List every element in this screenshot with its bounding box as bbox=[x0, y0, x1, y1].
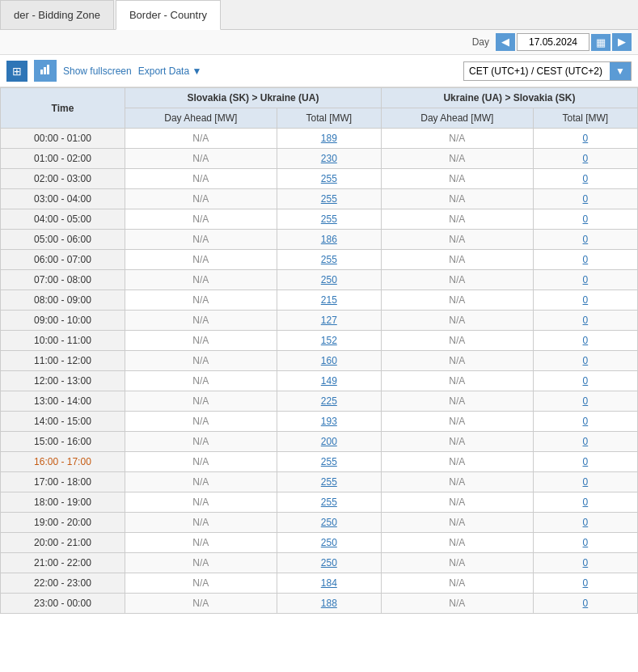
da1-cell: N/A bbox=[125, 351, 277, 371]
timezone-select-input[interactable]: CET (UTC+1) / CEST (UTC+2) UTC Local bbox=[464, 62, 610, 80]
total1-cell[interactable]: 149 bbox=[277, 371, 381, 391]
total1-cell[interactable]: 152 bbox=[277, 331, 381, 351]
time-cell: 10:00 - 11:00 bbox=[1, 331, 125, 351]
total1-cell[interactable]: 225 bbox=[277, 391, 381, 412]
total2-cell[interactable]: 0 bbox=[533, 412, 637, 432]
time-cell: 08:00 - 09:00 bbox=[1, 290, 125, 311]
da2-cell: N/A bbox=[381, 209, 533, 230]
total2-cell[interactable]: 0 bbox=[533, 331, 637, 351]
time-cell: 13:00 - 14:00 bbox=[1, 391, 125, 412]
total2-cell[interactable]: 0 bbox=[533, 452, 637, 472]
total1-cell[interactable]: 255 bbox=[277, 492, 381, 513]
table-row: 10:00 - 11:00 N/A 152 N/A 0 bbox=[1, 331, 638, 351]
total1-cell[interactable]: 160 bbox=[277, 351, 381, 371]
time-cell: 15:00 - 16:00 bbox=[1, 432, 125, 452]
da1-cell: N/A bbox=[125, 472, 277, 492]
next-date-button[interactable]: ▶ bbox=[612, 33, 632, 51]
day-header: Day ◀ ▦ ▶ bbox=[0, 30, 638, 55]
time-cell: 04:00 - 05:00 bbox=[1, 209, 125, 230]
group1-header: Slovakia (SK) > Ukraine (UA) bbox=[125, 88, 381, 108]
total1-cell[interactable]: 188 bbox=[277, 594, 381, 614]
table-row: 05:00 - 06:00 N/A 186 N/A 0 bbox=[1, 230, 638, 250]
time-cell: 09:00 - 10:00 bbox=[1, 311, 125, 331]
tab-bidding-zone-label: der - Bidding Zone bbox=[14, 9, 100, 21]
total2-cell[interactable]: 0 bbox=[533, 594, 637, 614]
table-row: 02:00 - 03:00 N/A 255 N/A 0 bbox=[1, 169, 638, 189]
da1-cell: N/A bbox=[125, 412, 277, 432]
grid-view-button[interactable]: ⊞ bbox=[6, 61, 27, 82]
total1-cell[interactable]: 193 bbox=[277, 412, 381, 432]
date-input[interactable] bbox=[517, 33, 589, 51]
calendar-button[interactable]: ▦ bbox=[591, 34, 611, 51]
total2-cell[interactable]: 0 bbox=[533, 149, 637, 169]
total2-cell[interactable]: 0 bbox=[533, 230, 637, 250]
export-data-link[interactable]: Export Data ▼ bbox=[138, 66, 202, 77]
total2-cell[interactable]: 0 bbox=[533, 533, 637, 553]
total2-cell[interactable]: 0 bbox=[533, 432, 637, 452]
total2-cell[interactable]: 0 bbox=[533, 573, 637, 594]
total1-cell[interactable]: 230 bbox=[277, 149, 381, 169]
total2-cell[interactable]: 0 bbox=[533, 290, 637, 311]
total1-cell[interactable]: 250 bbox=[277, 533, 381, 553]
table-row: 03:00 - 04:00 N/A 255 N/A 0 bbox=[1, 189, 638, 209]
total1-cell[interactable]: 186 bbox=[277, 230, 381, 250]
table-row: 22:00 - 23:00 N/A 184 N/A 0 bbox=[1, 573, 638, 594]
time-cell: 19:00 - 20:00 bbox=[1, 513, 125, 533]
total2-cell[interactable]: 0 bbox=[533, 189, 637, 209]
total1-cell[interactable]: 255 bbox=[277, 250, 381, 270]
da2-cell: N/A bbox=[381, 129, 533, 149]
total1-cell[interactable]: 255 bbox=[277, 169, 381, 189]
total1-cell[interactable]: 255 bbox=[277, 209, 381, 230]
timezone-selector[interactable]: CET (UTC+1) / CEST (UTC+2) UTC Local ▼ bbox=[463, 61, 632, 81]
da2-cell: N/A bbox=[381, 351, 533, 371]
total1-cell[interactable]: 200 bbox=[277, 432, 381, 452]
total2-cell[interactable]: 0 bbox=[533, 129, 637, 149]
total2-cell[interactable]: 0 bbox=[533, 209, 637, 230]
tab-bidding-zone[interactable]: der - Bidding Zone bbox=[0, 0, 114, 29]
time-cell: 14:00 - 15:00 bbox=[1, 412, 125, 432]
total2-cell[interactable]: 0 bbox=[533, 371, 637, 391]
total2-cell[interactable]: 0 bbox=[533, 270, 637, 290]
total2-cell[interactable]: 0 bbox=[533, 311, 637, 331]
prev-date-button[interactable]: ◀ bbox=[496, 33, 515, 51]
total2-cell[interactable]: 0 bbox=[533, 351, 637, 371]
total2-cell[interactable]: 0 bbox=[533, 169, 637, 189]
total1-cell[interactable]: 250 bbox=[277, 553, 381, 573]
total1-cell[interactable]: 255 bbox=[277, 452, 381, 472]
svg-rect-0 bbox=[40, 70, 43, 74]
total2-cell[interactable]: 0 bbox=[533, 250, 637, 270]
tab-border-country-label: Border - Country bbox=[129, 9, 207, 21]
total1-cell[interactable]: 250 bbox=[277, 513, 381, 533]
tab-border-country[interactable]: Border - Country bbox=[116, 0, 221, 30]
total2-cell[interactable]: 0 bbox=[533, 513, 637, 533]
total2-cell[interactable]: 0 bbox=[533, 472, 637, 492]
total1-cell[interactable]: 127 bbox=[277, 311, 381, 331]
total1-cell[interactable]: 255 bbox=[277, 472, 381, 492]
chart-view-button[interactable] bbox=[34, 60, 57, 82]
time-cell: 03:00 - 04:00 bbox=[1, 189, 125, 209]
da1-cell: N/A bbox=[125, 250, 277, 270]
total2-cell[interactable]: 0 bbox=[533, 391, 637, 412]
da1-cell: N/A bbox=[125, 311, 277, 331]
table-row: 15:00 - 16:00 N/A 200 N/A 0 bbox=[1, 432, 638, 452]
total1-cell[interactable]: 250 bbox=[277, 270, 381, 290]
total2-cell[interactable]: 0 bbox=[533, 553, 637, 573]
da2-cell: N/A bbox=[381, 189, 533, 209]
total1-cell[interactable]: 215 bbox=[277, 290, 381, 311]
time-cell: 12:00 - 13:00 bbox=[1, 371, 125, 391]
total1-cell[interactable]: 255 bbox=[277, 189, 381, 209]
da2-cell: N/A bbox=[381, 270, 533, 290]
da2-cell: N/A bbox=[381, 533, 533, 553]
table-row: 23:00 - 00:00 N/A 188 N/A 0 bbox=[1, 594, 638, 614]
dropdown-arrow-icon: ▼ bbox=[615, 66, 625, 77]
export-data-label: Export Data bbox=[138, 66, 189, 77]
total2-cell[interactable]: 0 bbox=[533, 492, 637, 513]
show-fullscreen-link[interactable]: Show fullscreen bbox=[63, 66, 132, 77]
table-row: 06:00 - 07:00 N/A 255 N/A 0 bbox=[1, 250, 638, 270]
da1-cell: N/A bbox=[125, 553, 277, 573]
cross-border-table: Time Slovakia (SK) > Ukraine (UA) Ukrain… bbox=[0, 87, 638, 614]
total1-cell[interactable]: 184 bbox=[277, 573, 381, 594]
total1-cell[interactable]: 189 bbox=[277, 129, 381, 149]
timezone-dropdown-button[interactable]: ▼ bbox=[610, 62, 631, 80]
time-cell: 01:00 - 02:00 bbox=[1, 149, 125, 169]
